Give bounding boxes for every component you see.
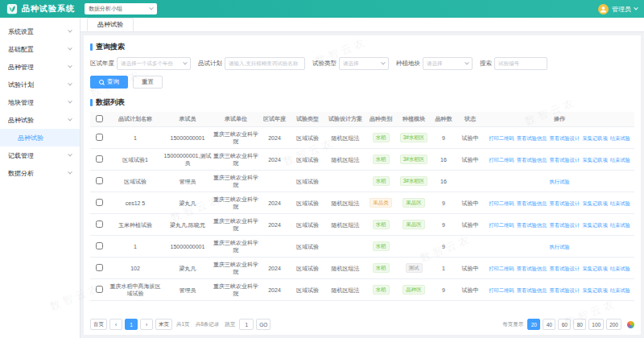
page-size-80[interactable]: 80: [573, 319, 586, 330]
cell-count: 9: [431, 236, 456, 258]
op-link-结束试验[interactable]: 结束试验: [610, 287, 630, 293]
cell-status: 试验中: [456, 192, 485, 214]
tab-variety-test[interactable]: 品种试验: [87, 18, 134, 31]
op-link-结束试验[interactable]: 结束试验: [610, 200, 630, 206]
op-link-执行试验[interactable]: 执行试验: [549, 179, 569, 184]
prev-page-button[interactable]: ‹: [109, 319, 122, 330]
input-1[interactable]: 请输入,支持模糊查询试验名称: [225, 57, 305, 70]
sidebar-item-3[interactable]: 试验计划: [0, 76, 80, 93]
user-name[interactable]: 管理员: [612, 5, 631, 14]
op-link-采集记载项[interactable]: 采集记载项: [582, 135, 607, 141]
search-title-text: 查询搜索: [96, 42, 125, 52]
reset-button[interactable]: 重置: [133, 76, 163, 89]
op-link-采集记载项[interactable]: 采集记载项: [582, 287, 607, 293]
go-button[interactable]: GO: [256, 319, 270, 330]
table-row: ces12 5梁丸凡重庆三峡农业科学院2024区域试验随机区组法果品类果品区9试…: [90, 192, 634, 214]
row-checkbox[interactable]: [96, 199, 103, 206]
cell-design: 随机区组法: [325, 214, 365, 236]
last-page-button[interactable]: 末页: [155, 319, 172, 330]
op-link-结束试验[interactable]: 结束试验: [610, 222, 630, 228]
cell-category: 水稻: [365, 214, 396, 236]
op-link-查看试验设计[interactable]: 查看试验设计: [549, 157, 580, 163]
op-link-打印二维码[interactable]: 打印二维码: [489, 266, 514, 271]
layout: 系统设置基础配置品种管理试验计划地块管理品种试验品种试验记载管理数据分析 品种试…: [0, 18, 644, 338]
page-size-20[interactable]: 20: [527, 319, 540, 330]
cell-year: [259, 171, 290, 192]
op-link-查看试验设计[interactable]: 查看试验设计: [549, 222, 580, 228]
sidebar-item-8[interactable]: 数据分析: [0, 164, 80, 182]
row-checkbox[interactable]: [96, 177, 103, 184]
user-avatar[interactable]: [598, 4, 609, 14]
sidebar-item-1[interactable]: 基础配置: [0, 40, 80, 58]
op-link-打印二维码[interactable]: 打印二维码: [489, 287, 514, 293]
op-link-执行试验[interactable]: 执行试验: [549, 244, 569, 249]
op-link-采集记载项[interactable]: 采集记载项: [582, 200, 607, 206]
op-link-结束试验[interactable]: 结束试验: [610, 157, 630, 163]
cell-name: 区域试验1: [108, 149, 163, 171]
op-link-查看试验信息[interactable]: 查看试验信息: [517, 157, 547, 163]
cell-operations: 执行试验: [485, 236, 634, 258]
cell-module: 3#水稻区: [396, 127, 431, 149]
select-all-checkbox[interactable]: [96, 115, 103, 122]
op-link-查看试验信息[interactable]: 查看试验信息: [517, 287, 547, 293]
cell-name: 区域试验: [108, 171, 163, 192]
group-select[interactable]: 数据分析小组: [85, 3, 157, 14]
op-link-打印二维码[interactable]: 打印二维码: [489, 157, 514, 163]
row-checkbox[interactable]: [96, 221, 103, 228]
placeholder-text: 请输入,支持模糊查询试验名称: [229, 60, 298, 68]
sidebar-item-2[interactable]: 品种管理: [0, 58, 80, 76]
row-checkbox[interactable]: [96, 155, 103, 163]
op-link-打印二维码[interactable]: 打印二维码: [489, 222, 514, 228]
row-checkbox[interactable]: [96, 286, 103, 293]
cell-module: 3#水稻区: [396, 149, 431, 171]
op-link-采集记载项[interactable]: 采集记载项: [582, 157, 607, 163]
cell-category: 水稻: [365, 279, 396, 301]
op-link-查看试验设计[interactable]: 查看试验设计: [549, 135, 580, 141]
op-link-结束试验[interactable]: 结束试验: [610, 266, 630, 271]
op-link-查看试验设计[interactable]: 查看试验设计: [549, 266, 580, 271]
op-link-结束试验[interactable]: 结束试验: [610, 135, 630, 141]
sidebar-item-5[interactable]: 品种试验: [0, 111, 80, 129]
row-checkbox[interactable]: [96, 242, 103, 249]
page-number-1[interactable]: 1: [125, 319, 138, 330]
tag-水稻: 水稻: [373, 263, 390, 273]
op-link-采集记载项[interactable]: 采集记载项: [582, 266, 607, 271]
cell-design: 随机区组法: [325, 258, 365, 279]
op-link-查看试验信息[interactable]: 查看试验信息: [517, 222, 547, 228]
select-2[interactable]: 请选择: [339, 57, 389, 70]
op-link-查看试验信息[interactable]: 查看试验信息: [517, 200, 547, 206]
total-records-text: 共8条记录: [196, 321, 220, 328]
op-link-打印二维码[interactable]: 打印二维码: [489, 135, 514, 141]
op-link-查看试验信息[interactable]: 查看试验信息: [517, 135, 547, 141]
query-button[interactable]: 查询: [90, 76, 128, 89]
sidebar-item-4[interactable]: 地块管理: [0, 93, 80, 111]
op-link-采集记载项[interactable]: 采集记载项: [582, 222, 607, 228]
op-link-查看试验信息[interactable]: 查看试验信息: [517, 266, 547, 271]
sidebar-item-7[interactable]: 记载管理: [0, 146, 80, 164]
op-link-查看试验设计[interactable]: 查看试验设计: [549, 287, 580, 293]
op-link-查看试验设计[interactable]: 查看试验设计: [549, 200, 580, 206]
page-size-selector: 每页显示20406080100200: [501, 319, 634, 330]
cell-category: 水稻: [365, 149, 396, 171]
row-checkbox[interactable]: [96, 264, 103, 271]
placeholder-text: 请选择: [427, 60, 443, 68]
sidebar-item-0[interactable]: 系统设置: [0, 23, 80, 40]
first-page-button[interactable]: 首页: [90, 319, 107, 330]
cell-unit: 重庆三峡农业科学院: [213, 171, 259, 192]
page-size-40[interactable]: 40: [543, 319, 555, 330]
input-4[interactable]: 试验编号: [494, 57, 547, 70]
select-3[interactable]: 请选择: [423, 57, 473, 70]
row-checkbox[interactable]: [96, 134, 103, 141]
op-link-打印二维码[interactable]: 打印二维码: [489, 200, 514, 206]
next-page-button[interactable]: ›: [140, 319, 153, 330]
table-row: 115000000001重庆三峡农业科学院2024区域试验随机区组法水稻3#水稻…: [90, 127, 634, 149]
cell-status: [456, 236, 485, 258]
page-size-100[interactable]: 100: [588, 319, 604, 330]
page-size-60[interactable]: 60: [558, 319, 571, 330]
tag-3#水稻区: 3#水稻区: [400, 155, 428, 164]
select-0[interactable]: 请选择一个或多个年份: [117, 57, 191, 70]
cell-category: 水稻: [365, 127, 396, 149]
sidebar-item-6-sub[interactable]: 品种试验: [0, 129, 80, 146]
jump-page-input[interactable]: [239, 319, 254, 330]
page-size-200[interactable]: 200: [606, 319, 621, 330]
